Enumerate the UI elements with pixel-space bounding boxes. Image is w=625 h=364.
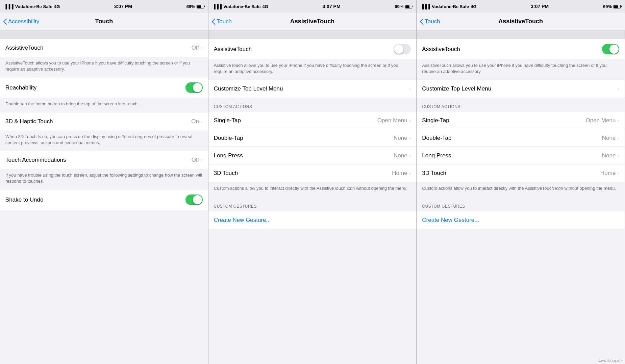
assistivetouch-toggle-row-3[interactable]: AssistiveTouch	[417, 39, 625, 59]
customize-label-3: Customize Top Level Menu	[422, 85, 491, 92]
at-toggle-thumb-3	[609, 45, 619, 54]
single-tap-state-2: Open Menu	[377, 117, 407, 124]
single-tap-value-3: Open Menu ›	[586, 117, 620, 124]
touch-acc-value: Off ›	[192, 157, 203, 163]
assistivetouch-toggle-3[interactable]	[602, 44, 619, 54]
gray-separator-3	[417, 30, 625, 39]
long-press-state-3: None	[602, 152, 616, 159]
custom-actions-desc-3: Custom actions allow you to interact dir…	[417, 182, 625, 197]
back-button-3[interactable]: Touch	[420, 18, 440, 25]
status-bar-1: ▐▐▐ Vodafone-Be Safe 4G 3:07 PM 69%	[0, 0, 208, 13]
back-label-3: Touch	[425, 18, 440, 25]
shake-row[interactable]: Shake to Undo	[0, 190, 208, 210]
nav-bar-3: Touch AssistiveTouch	[417, 13, 625, 30]
3dtouch-row-2[interactable]: 3D Touch Home ›	[208, 164, 417, 182]
assistivetouch-state-1: Off	[192, 45, 199, 51]
assistivetouch-value-1: Off ›	[192, 45, 203, 51]
status-bar-2: ▐▐▐ Vodafone-Be Safe 4G 3:07 PM 69%	[208, 0, 417, 13]
carrier-info-2: ▐▐▐ Vodafone-Be Safe 4G	[212, 4, 268, 9]
customize-row-3[interactable]: Customize Top Level Menu ›	[417, 80, 625, 98]
chevron-3dtouch-2: ›	[409, 171, 411, 176]
custom-actions-header-3: CUSTOM ACTIONS	[417, 98, 625, 112]
customize-label-2: Customize Top Level Menu	[214, 85, 283, 92]
signal-icon-2: ▐▐▐	[212, 4, 222, 9]
status-bar-3: ▐▐▐ Vodafone-Be Safe 4G 3:07 PM 69%	[417, 0, 625, 13]
toggle-thumb	[193, 83, 202, 92]
double-tap-label-3: Double-Tap	[422, 135, 451, 141]
assistivetouch-desc-2: AssistiveTouch allows you to use your iP…	[208, 59, 417, 80]
reachability-label: Reachability	[5, 84, 37, 91]
custom-actions-desc-2: Custom actions allow you to interact dir…	[208, 182, 417, 197]
create-gesture-group-2: Create New Gesture...	[208, 211, 417, 229]
touch-acc-row[interactable]: Touch Accommodations Off ›	[0, 151, 208, 169]
assistivetouch-row-1[interactable]: AssistiveTouch Off ›	[0, 39, 208, 57]
assistivetouch-group-2: AssistiveTouch	[208, 39, 417, 59]
haptic-state: On	[191, 118, 199, 125]
customize-row-2[interactable]: Customize Top Level Menu ›	[208, 80, 417, 98]
chevron-customize-2: ›	[409, 86, 411, 92]
single-tap-label-2: Single-Tap	[214, 117, 241, 124]
shake-toggle-thumb	[193, 195, 202, 204]
time-1: 3:07 PM	[114, 4, 132, 9]
3dtouch-label-2: 3D Touch	[214, 170, 238, 177]
haptic-row[interactable]: 3D & Haptic Touch On ›	[0, 113, 208, 130]
assistivetouch-toggle-row-2[interactable]: AssistiveTouch	[208, 39, 417, 59]
single-tap-row-3[interactable]: Single-Tap Open Menu ›	[417, 112, 625, 129]
nav-bar-2: Touch AssistiveTouch	[208, 13, 417, 30]
network-type-3: 4G	[471, 4, 476, 9]
at-toggle-thumb-2	[394, 45, 403, 54]
custom-gestures-header-2: CUSTOM GESTURES	[208, 197, 417, 211]
single-tap-value-2: Open Menu ›	[377, 117, 411, 124]
custom-actions-header-2: CUSTOM ACTIONS	[208, 98, 417, 112]
custom-gestures-header-3: CUSTOM GESTURES	[417, 197, 625, 211]
assistivetouch-label-1: AssistiveTouch	[5, 45, 43, 51]
long-press-value-3: None ›	[602, 152, 619, 159]
chevron-icon-1: ›	[201, 45, 203, 51]
panel-assistivetouch-off: ▐▐▐ Vodafone-Be Safe 4G 3:07 PM 69% Touc…	[208, 0, 417, 364]
chevron-customize-3: ›	[618, 86, 619, 92]
battery-icon-2	[405, 5, 412, 8]
shake-toggle[interactable]	[185, 194, 203, 205]
double-tap-row-2[interactable]: Double-Tap None ›	[208, 129, 417, 147]
network-type-2: 4G	[262, 4, 268, 9]
chevron-touch-acc: ›	[201, 157, 203, 163]
battery-info-2: 69%	[395, 4, 412, 9]
single-tap-row-2[interactable]: Single-Tap Open Menu ›	[208, 112, 417, 129]
carrier-name-1: Vodafone-Be Safe	[15, 4, 52, 9]
3dtouch-value-2: Home ›	[392, 170, 411, 177]
battery-pct-1: 69%	[186, 4, 195, 9]
long-press-row-3[interactable]: Long Press None ›	[417, 147, 625, 164]
battery-info-3: 69%	[603, 4, 621, 9]
assistivetouch-toggle-2[interactable]	[394, 44, 411, 54]
chevron-longpress-2: ›	[409, 153, 411, 158]
long-press-state-2: None	[394, 152, 407, 159]
back-button-2[interactable]: Touch	[212, 18, 232, 25]
touch-acc-group: Touch Accommodations Off ›	[0, 151, 208, 169]
double-tap-row-3[interactable]: Double-Tap None ›	[417, 129, 625, 147]
3dtouch-row-3[interactable]: 3D Touch Home ›	[417, 164, 625, 182]
carrier-name-2: Vodafone-Be Safe	[223, 4, 260, 9]
long-press-label-3: Long Press	[422, 152, 451, 159]
gray-separator-1	[0, 30, 208, 39]
back-button-1[interactable]: Accessibility	[3, 18, 40, 25]
assistivetouch-label-2: AssistiveTouch	[214, 46, 252, 53]
reachability-desc: Double-tap the home button to bring the …	[0, 98, 208, 112]
long-press-row-2[interactable]: Long Press None ›	[208, 147, 417, 164]
back-label-2: Touch	[217, 18, 232, 25]
carrier-info-1: ▐▐▐ Vodafone-Be Safe 4G	[4, 4, 60, 9]
long-press-label-2: Long Press	[214, 152, 243, 159]
create-gesture-row-2[interactable]: Create New Gesture...	[208, 211, 417, 229]
3dtouch-state-3: Home	[600, 170, 616, 177]
signal-icon: ▐▐▐	[4, 4, 14, 9]
touch-acc-label: Touch Accommodations	[5, 157, 66, 163]
create-gesture-label-3: Create New Gesture...	[422, 217, 479, 224]
battery-icon-1	[197, 5, 204, 8]
carrier-name-3: Vodafone-Be Safe	[432, 4, 469, 9]
long-press-value-2: None ›	[394, 152, 411, 159]
reachability-row[interactable]: Reachability	[0, 78, 208, 98]
double-tap-value-2: None ›	[394, 135, 411, 141]
reachability-toggle[interactable]	[185, 82, 203, 93]
chevron-singletap-2: ›	[409, 118, 411, 123]
create-gesture-row-3[interactable]: Create New Gesture...	[417, 211, 625, 229]
touch-acc-state: Off	[192, 157, 199, 163]
